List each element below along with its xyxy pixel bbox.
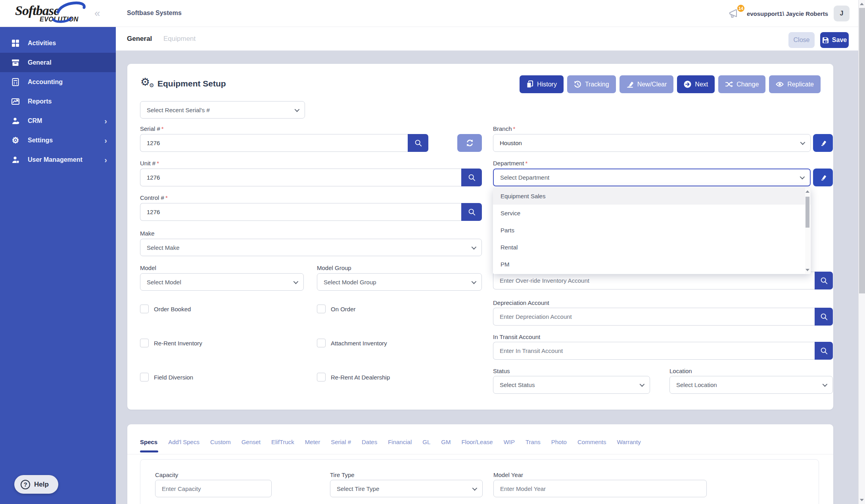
avatar[interactable]: J	[834, 6, 850, 21]
control-input[interactable]	[140, 203, 461, 221]
tab-photo[interactable]: Photo	[551, 439, 567, 445]
department-select[interactable]: Select Department	[493, 169, 811, 186]
department-option-rental[interactable]: Rental	[493, 239, 811, 256]
tab-genset[interactable]: Genset	[242, 439, 261, 445]
model-year-input[interactable]	[493, 480, 707, 497]
department-option-pm[interactable]: PM	[493, 256, 811, 273]
department-option-parts[interactable]: Parts	[493, 222, 811, 239]
question-icon: ?	[21, 480, 30, 489]
sidebar-item-general[interactable]: General	[0, 53, 116, 72]
tab-warranty[interactable]: Warranty	[617, 439, 641, 445]
branch-select[interactable]: Houston	[493, 134, 811, 152]
equipment-setup-panel: ⚙⚙ Equipment Setup History Tracking New/…	[127, 64, 833, 410]
scrollbar-thumb[interactable]	[806, 197, 809, 228]
checkbox[interactable]	[317, 373, 326, 381]
checkbox[interactable]	[140, 339, 149, 347]
tab-specs[interactable]: Specs	[140, 439, 157, 445]
main-content: ⚙⚙ Equipment Setup History Tracking New/…	[116, 51, 858, 504]
serial-input[interactable]	[140, 134, 408, 152]
tracking-button[interactable]: Tracking	[567, 75, 616, 93]
tab-addl-specs[interactable]: Add'l Specs	[168, 439, 199, 445]
override-account-input[interactable]	[493, 272, 815, 289]
archive-box-icon	[10, 58, 21, 67]
tab-serial[interactable]: Serial #	[331, 439, 351, 445]
department-option-equipment-sales[interactable]: Equipment Sales	[493, 188, 811, 205]
depreciation-account-input[interactable]	[493, 308, 815, 326]
required-marker: *	[165, 194, 168, 201]
chevron-down-icon	[295, 107, 300, 112]
checkbox-re-rent-inventory[interactable]: Re-Rent Inventory	[140, 339, 202, 347]
unit-search-button[interactable]	[461, 169, 482, 186]
checkbox-re-rent-at-dealership[interactable]: Re-Rent At Dealership	[317, 373, 390, 381]
help-button[interactable]: ? Help	[14, 475, 58, 494]
tire-type-select[interactable]: Select Tire Type	[330, 480, 483, 497]
tab-floor-lease[interactable]: Floor/Lease	[461, 439, 493, 445]
tab-meter[interactable]: Meter	[305, 439, 320, 445]
window-scrollbar[interactable]	[858, 0, 865, 504]
department-option-service[interactable]: Service	[493, 205, 811, 222]
tab-financial[interactable]: Financial	[388, 439, 412, 445]
checkbox-attachment-inventory[interactable]: Attachment Inventory	[317, 339, 387, 347]
unit-input[interactable]	[140, 169, 461, 186]
tab-eliftruck[interactable]: ElifTruck	[271, 439, 294, 445]
scroll-down-icon[interactable]	[860, 499, 864, 501]
history-button[interactable]: History	[520, 75, 564, 93]
notifications-button[interactable]: 14	[728, 8, 741, 19]
branch-value: Houston	[500, 140, 800, 146]
sidebar-item-user-management[interactable]: User Management ›	[0, 150, 116, 169]
checkbox-field-diversion[interactable]: Field Diversion	[140, 373, 193, 381]
in-transit-account-input[interactable]	[493, 342, 815, 360]
serial-search-button[interactable]	[408, 134, 428, 152]
next-button[interactable]: Next	[677, 75, 715, 93]
user-name[interactable]: evosupport1\ Jaycie Roberts	[747, 10, 828, 17]
tab-trans[interactable]: Trans	[526, 439, 541, 445]
tab-comments[interactable]: Comments	[577, 439, 606, 445]
location-select[interactable]: Select Location	[669, 376, 833, 394]
status-select[interactable]: Select Status	[493, 376, 650, 394]
control-search-button[interactable]	[461, 203, 482, 221]
replicate-button[interactable]: Replicate	[769, 75, 821, 93]
scroll-up-icon[interactable]	[860, 3, 864, 5]
scrollbar-thumb[interactable]	[859, 8, 865, 293]
override-account-search-button[interactable]	[815, 272, 833, 289]
capacity-input[interactable]	[155, 480, 272, 497]
tab-wip[interactable]: WIP	[504, 439, 515, 445]
tab-equipment[interactable]: Equipment	[163, 35, 196, 43]
model-group-select[interactable]: Select Model Group	[317, 273, 482, 291]
dropdown-scrollbar[interactable]	[805, 188, 810, 274]
serial-refresh-button[interactable]	[457, 134, 482, 152]
checkbox-on-order[interactable]: On Order	[317, 305, 356, 313]
tab-dates[interactable]: Dates	[362, 439, 377, 445]
scroll-up-icon[interactable]	[806, 190, 809, 193]
sidebar-collapse-icon[interactable]: «	[94, 7, 100, 19]
department-clear-button[interactable]	[813, 169, 833, 186]
checkbox[interactable]	[317, 339, 326, 347]
checkbox[interactable]	[317, 305, 326, 313]
sidebar-item-crm[interactable]: CRM ›	[0, 111, 116, 130]
branch-clear-button[interactable]	[813, 134, 833, 152]
save-button[interactable]: Save	[820, 32, 849, 48]
sidebar-item-reports[interactable]: Reports	[0, 92, 116, 111]
checkbox[interactable]	[140, 373, 149, 381]
make-select[interactable]: Select Make	[140, 239, 482, 256]
chart-icon	[10, 97, 21, 106]
in-transit-account-search-button[interactable]	[815, 342, 833, 360]
help-label: Help	[34, 481, 49, 489]
sidebar-item-settings[interactable]: ⚙ Settings ›	[0, 130, 116, 150]
model-select[interactable]: Select Model	[140, 273, 304, 291]
tab-general[interactable]: General	[127, 35, 152, 43]
checkbox[interactable]	[140, 305, 149, 313]
change-button[interactable]: Change	[718, 75, 765, 93]
sidebar-item-accounting[interactable]: Accounting	[0, 72, 116, 92]
checkbox-order-booked[interactable]: Order Booked	[140, 305, 191, 313]
tab-gm[interactable]: GM	[441, 439, 451, 445]
depreciation-account-search-button[interactable]	[815, 308, 833, 326]
sidebar-item-activities[interactable]: Activities	[0, 33, 116, 53]
close-button[interactable]: Close	[788, 32, 815, 48]
tab-gl[interactable]: GL	[422, 439, 430, 445]
tab-custom[interactable]: Custom	[210, 439, 231, 445]
new-clear-button[interactable]: New/Clear	[620, 75, 674, 93]
recent-serial-select[interactable]: Select Recent Serial's #	[140, 101, 305, 119]
scroll-down-icon[interactable]	[806, 269, 809, 271]
chevron-right-icon: ›	[104, 156, 107, 164]
